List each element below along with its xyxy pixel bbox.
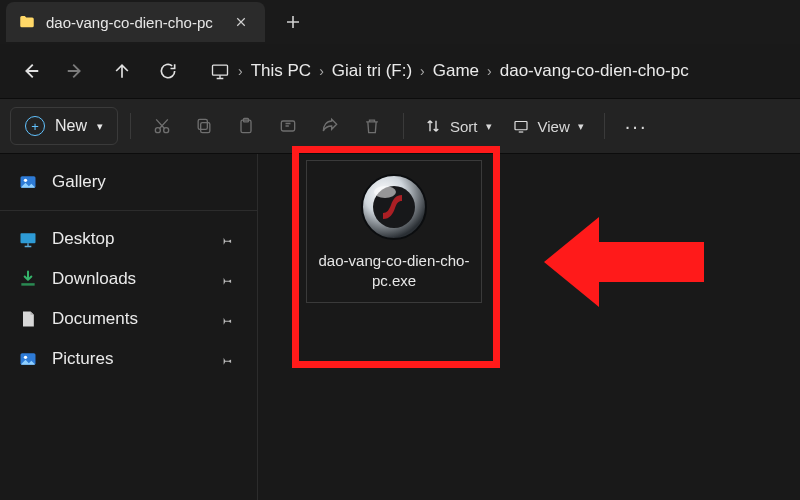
nav-bar: › This PC › Giai tri (F:) › Game › dao-v… <box>0 44 800 98</box>
up-button[interactable] <box>102 51 142 91</box>
pin-icon <box>220 233 233 246</box>
sidebar-item-gallery[interactable]: Gallery <box>0 162 257 202</box>
svg-rect-11 <box>21 233 36 243</box>
svg-point-13 <box>24 356 27 359</box>
sidebar-item-pictures[interactable]: Pictures <box>0 339 257 379</box>
sidebar-label: Desktop <box>52 229 114 249</box>
paste-button[interactable] <box>227 108 265 144</box>
sort-label: Sort <box>450 118 478 135</box>
sidebar: Gallery Desktop Downloads <box>0 154 258 500</box>
separator <box>403 113 404 139</box>
desktop-icon <box>18 229 38 249</box>
pin-icon <box>220 353 233 366</box>
delete-button[interactable] <box>353 108 391 144</box>
sort-button[interactable]: Sort ▾ <box>416 108 500 144</box>
rename-button[interactable] <box>269 108 307 144</box>
crumb-this-pc[interactable]: This PC <box>251 61 311 81</box>
gallery-icon <box>18 172 38 192</box>
breadcrumb: › This PC › Giai tri (F:) › Game › dao-v… <box>210 61 689 81</box>
sidebar-item-downloads[interactable]: Downloads <box>0 259 257 299</box>
pictures-icon <box>18 349 38 369</box>
svg-rect-3 <box>201 123 210 133</box>
chevron-down-icon: ▾ <box>578 120 584 133</box>
view-label: View <box>538 118 570 135</box>
chevron-right-icon: › <box>238 63 243 79</box>
view-button[interactable]: View ▾ <box>504 108 592 144</box>
refresh-button[interactable] <box>148 51 188 91</box>
forward-button[interactable] <box>56 51 96 91</box>
this-pc-icon[interactable] <box>210 61 230 81</box>
tab-title: dao-vang-co-dien-cho-pc <box>46 14 213 31</box>
crumb-current[interactable]: dao-vang-co-dien-cho-pc <box>500 61 689 81</box>
new-label: New <box>55 117 87 135</box>
svg-rect-8 <box>515 122 527 130</box>
share-button[interactable] <box>311 108 349 144</box>
new-button[interactable]: + New ▾ <box>10 107 118 145</box>
chevron-down-icon: ▾ <box>97 120 103 133</box>
active-tab[interactable]: dao-vang-co-dien-cho-pc <box>6 2 265 42</box>
sidebar-label: Downloads <box>52 269 136 289</box>
file-item[interactable]: dao-vang-co-dien-cho-pc.exe <box>306 160 482 303</box>
toolbar: + New ▾ Sort ▾ View <box>0 98 800 154</box>
more-button[interactable]: ··· <box>617 108 656 144</box>
copy-button[interactable] <box>185 108 223 144</box>
crumb-drive[interactable]: Giai tri (F:) <box>332 61 412 81</box>
plus-circle-icon: + <box>25 116 45 136</box>
downloads-icon <box>18 269 38 289</box>
pin-icon <box>220 273 233 286</box>
sidebar-label: Gallery <box>52 172 106 192</box>
documents-icon <box>18 309 38 329</box>
sidebar-label: Documents <box>52 309 138 329</box>
chevron-right-icon: › <box>319 63 324 79</box>
cut-button[interactable] <box>143 108 181 144</box>
content-pane[interactable]: dao-vang-co-dien-cho-pc.exe <box>258 154 800 500</box>
tab-bar: dao-vang-co-dien-cho-pc <box>0 0 800 44</box>
body: Gallery Desktop Downloads <box>0 154 800 500</box>
crumb-folder-game[interactable]: Game <box>433 61 479 81</box>
new-tab-button[interactable] <box>273 2 313 42</box>
ellipsis-icon: ··· <box>625 115 648 138</box>
sidebar-label: Pictures <box>52 349 113 369</box>
back-button[interactable] <box>10 51 50 91</box>
annotation-arrow-icon <box>544 212 704 312</box>
tab-close-button[interactable] <box>229 10 253 34</box>
chevron-right-icon: › <box>487 63 492 79</box>
svg-rect-4 <box>198 119 207 129</box>
chevron-right-icon: › <box>420 63 425 79</box>
separator <box>130 113 131 139</box>
pin-icon <box>220 313 233 326</box>
svg-point-16 <box>374 186 396 198</box>
flash-player-icon <box>358 171 430 243</box>
svg-point-10 <box>24 179 27 182</box>
svg-rect-0 <box>213 65 228 75</box>
sidebar-divider <box>0 210 257 211</box>
file-name: dao-vang-co-dien-cho-pc.exe <box>314 251 474 292</box>
separator <box>604 113 605 139</box>
folder-icon <box>18 13 36 31</box>
sidebar-item-documents[interactable]: Documents <box>0 299 257 339</box>
explorer-window: dao-vang-co-dien-cho-pc › This PC <box>0 0 800 500</box>
sidebar-item-desktop[interactable]: Desktop <box>0 219 257 259</box>
chevron-down-icon: ▾ <box>486 120 492 133</box>
